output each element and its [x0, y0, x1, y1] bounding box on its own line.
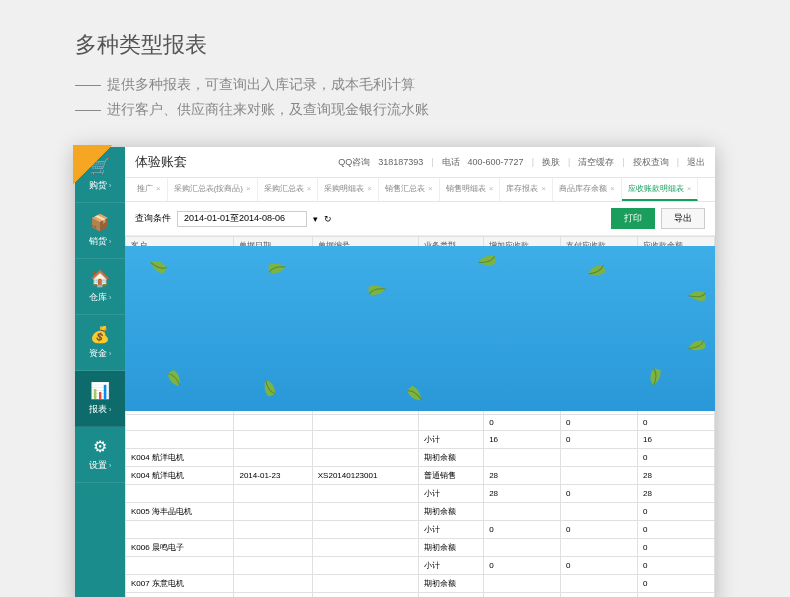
table-cell: [234, 431, 312, 449]
table-cell: [126, 521, 234, 539]
table-cell: [234, 485, 312, 503]
close-icon[interactable]: ×: [307, 184, 312, 193]
table-cell: 0: [638, 503, 715, 521]
close-icon[interactable]: ×: [367, 184, 372, 193]
table-cell: [419, 415, 484, 431]
logout-link[interactable]: 退出: [687, 156, 705, 169]
close-icon[interactable]: ×: [687, 184, 692, 193]
table-row[interactable]: 小计000: [126, 593, 715, 597]
leaf-icon: [681, 282, 714, 315]
sidebar-icon: 💰: [75, 325, 125, 344]
date-range-input[interactable]: [177, 211, 307, 227]
tab[interactable]: 推广×: [131, 178, 168, 201]
table-cell: 0: [484, 521, 561, 539]
promo-banner: [125, 246, 715, 411]
tab[interactable]: 库存报表×: [500, 178, 553, 201]
print-button[interactable]: 打印: [611, 208, 655, 229]
table-row[interactable]: K006 晨鸣电子期初余额0: [126, 539, 715, 557]
skin-link[interactable]: 换肤: [542, 156, 560, 169]
tab[interactable]: 应收账款明细表×: [622, 178, 699, 201]
chevron-right-icon: ›: [109, 350, 111, 357]
table-cell: 0: [561, 415, 638, 431]
table-row[interactable]: 小计28028: [126, 485, 715, 503]
app-title: 体验账套: [135, 153, 187, 171]
phone-value: 400-600-7727: [468, 157, 524, 167]
tab[interactable]: 销售明细表×: [440, 178, 501, 201]
table-cell: [561, 539, 638, 557]
tab[interactable]: 商品库存余额×: [553, 178, 622, 201]
table-cell: 0: [638, 593, 715, 597]
close-icon[interactable]: ×: [541, 184, 546, 193]
table-cell: [561, 503, 638, 521]
page-header: 多种类型报表 提供多种报表，可查询出入库记录，成本毛利计算 进行客户、供应商往来…: [0, 0, 790, 137]
page-subtitle-2: 进行客户、供应商往来对账，及查询现金银行流水账: [75, 97, 715, 122]
leaf-icon: [250, 372, 283, 405]
table-cell: [234, 593, 312, 597]
table-cell: K005 海丰晶电机: [126, 503, 234, 521]
table-cell: 小计: [419, 521, 484, 539]
close-icon[interactable]: ×: [610, 184, 615, 193]
sidebar-item-设置[interactable]: ⚙设置 ›: [75, 427, 125, 483]
table-cell: 16: [638, 431, 715, 449]
table-row[interactable]: K005 海丰晶电机期初余额0: [126, 503, 715, 521]
table-cell: [484, 539, 561, 557]
tab[interactable]: 采购明细表×: [318, 178, 379, 201]
table-row[interactable]: 小计16016: [126, 431, 715, 449]
table-cell: [234, 503, 312, 521]
separator: |: [677, 157, 679, 167]
table-cell: 期初余额: [419, 575, 484, 593]
table-cell: 0: [561, 557, 638, 575]
table-cell: [234, 415, 312, 431]
table-cell: 28: [638, 485, 715, 503]
table-cell: [126, 593, 234, 597]
table-cell: 16: [484, 431, 561, 449]
trial-badge-icon: [73, 145, 113, 185]
sidebar-item-销货[interactable]: 📦销货 ›: [75, 203, 125, 259]
table-cell: 0: [638, 557, 715, 575]
close-icon[interactable]: ×: [428, 184, 433, 193]
sidebar-item-资金[interactable]: 💰资金 ›: [75, 315, 125, 371]
table-row[interactable]: 000: [126, 415, 715, 431]
table-cell: 小计: [419, 557, 484, 575]
sidebar-icon: 📊: [75, 381, 125, 400]
table-row[interactable]: 小计000: [126, 521, 715, 539]
table-cell: 0: [638, 539, 715, 557]
dropdown-icon[interactable]: ▾: [313, 214, 318, 224]
sidebar-icon: 🏠: [75, 269, 125, 288]
tab-label: 推广: [137, 184, 153, 193]
table-row[interactable]: K004 航洋电机2014-01-23XS20140123001普通销售2828: [126, 467, 715, 485]
sidebar-label: 设置: [89, 460, 107, 470]
export-button[interactable]: 导出: [661, 208, 705, 229]
leaf-icon: [642, 363, 673, 394]
table-cell: 2014-01-23: [234, 467, 312, 485]
table-row[interactable]: K004 航洋电机期初余额0: [126, 449, 715, 467]
auth-query-link[interactable]: 授权查询: [633, 156, 669, 169]
close-icon[interactable]: ×: [489, 184, 494, 193]
table-row[interactable]: K007 东意电机期初余额0: [126, 575, 715, 593]
separator: |: [622, 157, 624, 167]
leaf-icon: [360, 272, 394, 306]
sidebar-label: 仓库: [89, 292, 107, 302]
table-cell: [126, 557, 234, 575]
filter-bar: 查询条件 ▾ ↻ 打印 导出: [125, 202, 715, 236]
tab[interactable]: 采购汇总表(按商品)×: [168, 178, 258, 201]
tab-label: 库存报表: [506, 184, 538, 193]
sidebar-item-报表[interactable]: 📊报表 ›: [75, 371, 125, 427]
close-icon[interactable]: ×: [246, 184, 251, 193]
app-window: 🛒购货 ›📦销货 ›🏠仓库 ›💰资金 ›📊报表 ›⚙设置 › 采购报 采购明 采…: [75, 147, 715, 597]
tab-label: 商品库存余额: [559, 184, 607, 193]
tab[interactable]: 采购汇总表×: [258, 178, 319, 201]
sidebar-item-仓库[interactable]: 🏠仓库 ›: [75, 259, 125, 315]
table-cell: 期初余额: [419, 503, 484, 521]
refresh-icon[interactable]: ↻: [324, 214, 332, 224]
chevron-right-icon: ›: [109, 462, 111, 469]
table-row[interactable]: 小计000: [126, 557, 715, 575]
table-cell: K004 航洋电机: [126, 449, 234, 467]
table-cell: 0: [561, 521, 638, 539]
tab-label: 采购汇总表: [264, 184, 304, 193]
close-icon[interactable]: ×: [156, 184, 161, 193]
tab[interactable]: 销售汇总表×: [379, 178, 440, 201]
clear-cache-link[interactable]: 清空缓存: [578, 156, 614, 169]
table-cell: [312, 485, 419, 503]
leaf-icon: [260, 250, 294, 284]
